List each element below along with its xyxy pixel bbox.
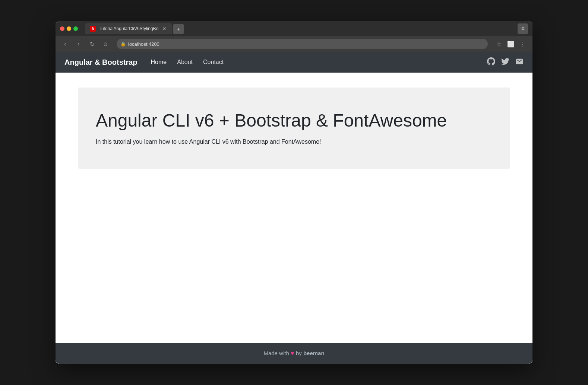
reload-button[interactable]: ↻ — [87, 39, 97, 49]
reload-icon: ↻ — [90, 41, 95, 48]
footer-made-with: Made with — [263, 350, 289, 356]
address-bar[interactable]: 🔒 localhost:4200 — [117, 39, 488, 49]
app-footer: Made with ♥ by beeman — [56, 343, 532, 364]
minimize-traffic-light[interactable] — [67, 26, 71, 31]
footer-heart-icon: ♥ — [291, 350, 296, 356]
app-main: Angular CLI v6 + Bootstrap & FontAwesome… — [56, 73, 532, 343]
tab-close-button[interactable]: ✕ — [161, 26, 167, 32]
home-button[interactable]: ⌂ — [100, 39, 111, 49]
window-button[interactable]: ⬜ — [506, 39, 516, 49]
window-icon: ⬜ — [507, 41, 515, 48]
new-tab-icon: + — [177, 26, 180, 32]
active-tab[interactable]: A TutorialAngularCliV6StylingBo ✕ — [85, 23, 172, 34]
toolbar-right: ☆ ⬜ ⋮ — [494, 39, 528, 49]
tab-favicon: A — [90, 26, 96, 32]
footer-text: Made with ♥ by beeman — [263, 350, 324, 357]
mail-icon — [515, 57, 524, 66]
browser-toolbar: ‹ › ↻ ⌂ 🔒 localhost:4200 ☆ — [56, 36, 532, 52]
nav-link-home[interactable]: Home — [146, 57, 171, 68]
tab-favicon-letter: A — [91, 27, 94, 31]
navbar-brand[interactable]: Angular & Bootstrap — [64, 58, 137, 67]
navbar-social-icons — [487, 57, 524, 67]
footer-by: by — [296, 350, 302, 356]
bookmark-button[interactable]: ☆ — [494, 39, 504, 49]
hero-card: Angular CLI v6 + Bootstrap & FontAwesome… — [78, 88, 510, 169]
footer-author: beeman — [303, 350, 325, 356]
extension-icon[interactable]: ⚙ — [518, 23, 528, 34]
home-icon: ⌂ — [104, 41, 107, 47]
browser-titlebar: A TutorialAngularCliV6StylingBo ✕ + ⚙ — [56, 21, 532, 36]
back-button[interactable]: ‹ — [60, 39, 70, 49]
github-link[interactable] — [487, 57, 495, 67]
star-icon: ☆ — [496, 41, 502, 48]
dots-icon: ⋮ — [520, 41, 526, 48]
maximize-traffic-light[interactable] — [73, 26, 78, 31]
extension-symbol: ⚙ — [521, 26, 525, 31]
navbar-nav: Home About Contact — [146, 57, 487, 68]
app-content: Angular & Bootstrap Home About Contact — [56, 52, 532, 364]
hero-subtitle: In this tutorial you learn how to use An… — [96, 137, 492, 146]
browser-window: A TutorialAngularCliV6StylingBo ✕ + ⚙ ‹ — [56, 21, 532, 364]
url-display: localhost:4200 — [128, 41, 484, 47]
close-traffic-light[interactable] — [60, 26, 64, 31]
back-icon: ‹ — [64, 41, 66, 47]
nav-link-about[interactable]: About — [173, 57, 197, 68]
tab-bar: A TutorialAngularCliV6StylingBo ✕ + — [84, 23, 515, 34]
app-navbar: Angular & Bootstrap Home About Contact — [56, 52, 532, 73]
lock-icon: 🔒 — [120, 41, 126, 47]
github-icon — [487, 57, 495, 66]
hero-title: Angular CLI v6 + Bootstrap & FontAwesome — [96, 110, 492, 131]
browser-chrome: A TutorialAngularCliV6StylingBo ✕ + ⚙ ‹ — [56, 21, 532, 52]
twitter-link[interactable] — [501, 57, 509, 67]
traffic-lights — [60, 26, 78, 31]
forward-icon: › — [78, 41, 79, 47]
nav-link-contact[interactable]: Contact — [199, 57, 228, 68]
menu-button[interactable]: ⋮ — [518, 39, 528, 49]
media-link[interactable] — [515, 57, 524, 67]
tab-title: TutorialAngularCliV6StylingBo — [99, 26, 158, 31]
forward-button[interactable]: › — [73, 39, 84, 49]
new-tab-button[interactable]: + — [173, 24, 184, 34]
twitter-icon — [501, 57, 509, 66]
